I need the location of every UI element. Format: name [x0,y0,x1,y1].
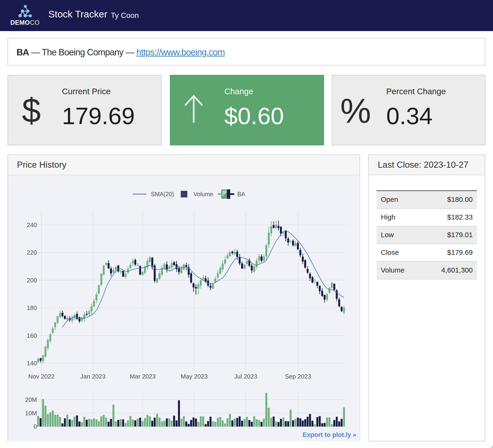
svg-text:220: 220 [27,249,37,256]
svg-text:Volume: Volume [193,191,213,197]
svg-text:140: 140 [27,360,37,367]
svg-text:20M: 20M [25,396,37,403]
svg-text:BA: BA [237,191,245,197]
svg-text:180: 180 [27,304,37,311]
svg-text:0: 0 [34,423,37,430]
svg-text:Export to plot.ly »: Export to plot.ly » [303,431,356,438]
svg-text:May 2023: May 2023 [181,373,208,380]
svg-text:SMA(20): SMA(20) [151,191,174,197]
svg-text:160: 160 [27,332,37,339]
svg-text:Sep 2023: Sep 2023 [285,373,311,380]
svg-text:Nov 2022: Nov 2022 [28,373,55,380]
svg-text:Jan 2023: Jan 2023 [80,373,106,380]
svg-text:200: 200 [27,277,37,284]
svg-text:240: 240 [27,221,37,229]
svg-text:Mar 2023: Mar 2023 [130,373,156,380]
svg-text:10M: 10M [25,410,37,417]
svg-text:Jul 2023: Jul 2023 [234,373,257,380]
